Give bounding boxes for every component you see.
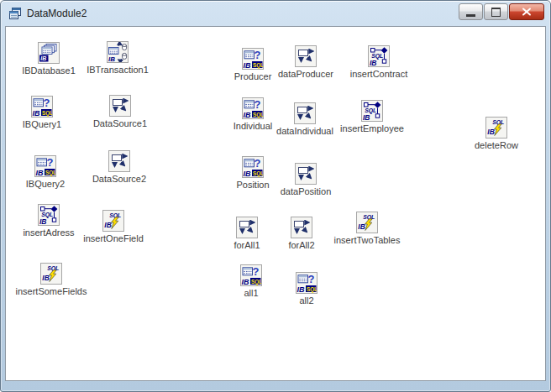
ibsql-icon [40, 263, 62, 285]
component-insertcontract[interactable]: insertContract [328, 45, 429, 79]
minimize-button[interactable] [459, 3, 483, 20]
component-label: IBTransaction1 [87, 65, 149, 75]
ibquery-icon [296, 272, 317, 294]
storedproc-icon [368, 45, 390, 67]
datasource-icon [295, 45, 317, 67]
component-insertsomefields[interactable]: insertSomeFields [1, 263, 102, 296]
component-ibtransaction1[interactable]: IBTransaction1 [67, 41, 168, 75]
component-insertemployee[interactable]: insertEmployee [322, 100, 422, 133]
component-label: all2 [299, 295, 313, 306]
ibquery-icon [31, 96, 53, 118]
component-label: dataPosition [281, 186, 332, 196]
datasource-icon [294, 102, 316, 124]
component-datasource2[interactable]: DataSource2 [69, 150, 170, 184]
component-label: insertOneField [83, 233, 144, 243]
component-all2[interactable]: all2 [256, 272, 357, 306]
datasource-icon [108, 150, 130, 172]
component-label: forAll2 [288, 240, 314, 250]
close-button[interactable] [509, 3, 544, 20]
datamodule-window-icon [8, 7, 22, 20]
component-datasource1[interactable]: DataSource1 [70, 95, 171, 128]
component-deleterow[interactable]: deleteRow [446, 117, 547, 150]
maximize-button[interactable] [484, 3, 508, 20]
ibsql-icon [356, 212, 378, 233]
datamodule-window: DataModule2 IBDatabase1 IBTransaction1 P… [0, 0, 551, 392]
component-label: insertSomeFields [16, 286, 87, 296]
ibtransaction-icon [107, 41, 129, 63]
component-label: insertContract [350, 69, 407, 79]
ibdatabase-icon [38, 42, 60, 64]
component-insertonefield[interactable]: insertOneField [63, 210, 164, 243]
component-label: insertEmployee [340, 123, 404, 133]
datasource-icon [109, 95, 131, 117]
maximize-icon [491, 8, 501, 17]
close-icon [522, 8, 532, 16]
minimize-icon [466, 14, 475, 17]
component-label: IBQuery1 [23, 119, 61, 129]
component-label: IBQuery2 [26, 179, 65, 189]
component-label: DataSource2 [92, 174, 146, 184]
ibquery-icon [34, 155, 56, 177]
storedproc-icon [38, 204, 60, 226]
window-title: DataModule2 [27, 8, 87, 19]
ibsql-icon [102, 210, 124, 232]
component-inserttwotables[interactable]: insertTwoTables [317, 212, 417, 245]
datasource-icon [295, 163, 317, 185]
component-label: insertTwoTables [334, 235, 401, 245]
titlebar[interactable]: DataModule2 [1, 1, 550, 26]
component-label: DataSource1 [93, 118, 147, 128]
ibsql-icon [485, 117, 507, 139]
component-dataposition[interactable]: dataPosition [255, 163, 356, 196]
component-label: deleteRow [475, 140, 518, 150]
storedproc-icon [361, 100, 383, 122]
component-label: dataProducer [278, 69, 333, 79]
datasource-icon [291, 217, 312, 238]
